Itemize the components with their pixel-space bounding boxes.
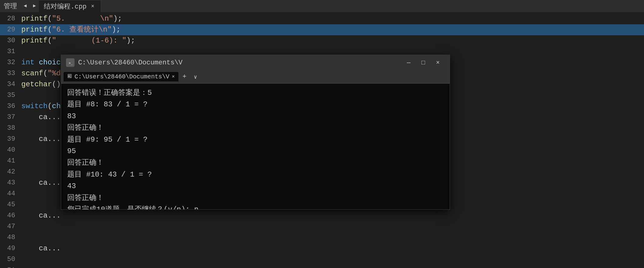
terminal-tab-label: C:\Users\28460\Documents\V bbox=[74, 73, 169, 80]
code-line: 50 bbox=[0, 254, 644, 265]
line-number: 47 bbox=[0, 221, 21, 232]
line-number: 44 bbox=[0, 188, 21, 199]
line-number: 42 bbox=[0, 167, 21, 177]
terminal-output-line: 43 bbox=[67, 180, 444, 192]
terminal-output-line: 题目 #9: 95 / 1 = ? bbox=[67, 134, 444, 146]
code-line: 29printf("6. 查看统计\n"); bbox=[0, 24, 644, 35]
line-content: ca... bbox=[21, 134, 61, 145]
terminal-window-controls: — □ × bbox=[402, 57, 445, 68]
line-number: 30 bbox=[0, 35, 21, 46]
tab-manager-btn[interactable]: 管理 bbox=[0, 0, 21, 12]
terminal-tab-plus-btn[interactable]: + bbox=[180, 72, 189, 82]
terminal-app-icon: >_ bbox=[66, 58, 74, 67]
code-line: 46 ca... bbox=[0, 210, 644, 221]
terminal-tab-chevron-btn[interactable]: ∨ bbox=[191, 72, 200, 82]
line-number: 49 bbox=[0, 243, 21, 254]
terminal-maximize-btn[interactable]: □ bbox=[416, 57, 430, 68]
terminal-output-line: 回答正确！ bbox=[67, 192, 444, 204]
terminal-output-line: 题目 #10: 43 / 1 = ? bbox=[67, 169, 444, 180]
terminal-title: C:\Users\28460\Documents\V bbox=[78, 59, 398, 67]
line-content: printf(" (1-6): "); bbox=[21, 35, 135, 46]
code-line: 49 ca... bbox=[0, 243, 644, 254]
terminal-output-line: 回答正确！ bbox=[67, 157, 444, 169]
terminal-output-line: 题目 #8: 83 / 1 = ? bbox=[67, 99, 444, 110]
terminal-titlebar: >_ C:\Users\28460\Documents\V — □ × bbox=[61, 55, 450, 70]
line-number: 40 bbox=[0, 145, 21, 156]
line-number: 39 bbox=[0, 134, 21, 145]
terminal-tab-icon: >_ bbox=[67, 73, 72, 80]
code-line: 48 bbox=[0, 232, 644, 243]
terminal-window: >_ C:\Users\28460\Documents\V — □ × >_ C… bbox=[61, 55, 450, 210]
line-number: 37 bbox=[0, 112, 21, 123]
terminal-output-line: 83 bbox=[67, 111, 444, 122]
line-content: getchar(); bbox=[21, 79, 65, 90]
tab-next-btn[interactable]: ► bbox=[30, 0, 39, 12]
terminal-close-win-btn[interactable]: × bbox=[431, 57, 445, 68]
tab-item-cpp[interactable]: 结对编程.cpp × bbox=[39, 0, 101, 12]
line-number: 38 bbox=[0, 123, 21, 134]
tab-label: 结对编程.cpp bbox=[44, 2, 87, 11]
line-number: 45 bbox=[0, 199, 21, 210]
terminal-output-line: 回答错误！正确答案是：5 bbox=[67, 87, 444, 99]
terminal-tab-close-btn[interactable]: × bbox=[172, 74, 175, 80]
line-number: 32 bbox=[0, 57, 21, 68]
line-number: 29 bbox=[0, 24, 21, 35]
line-number: 48 bbox=[0, 232, 21, 243]
terminal-tab-item[interactable]: >_ C:\Users\28460\Documents\V × bbox=[64, 72, 178, 81]
line-number: 36 bbox=[0, 101, 21, 112]
terminal-output-line: 95 bbox=[67, 146, 444, 157]
line-number: 34 bbox=[0, 79, 21, 90]
line-number: 43 bbox=[0, 177, 21, 188]
line-content: ca... bbox=[21, 177, 61, 188]
line-number: 50 bbox=[0, 254, 21, 265]
line-number: 33 bbox=[0, 68, 21, 79]
svg-text:>_: >_ bbox=[68, 75, 71, 78]
code-line: 30printf(" (1-6): "); bbox=[0, 35, 644, 46]
terminal-tab-bar: >_ C:\Users\28460\Documents\V × + ∨ bbox=[61, 70, 450, 84]
line-number: 28 bbox=[0, 13, 21, 24]
line-number: 31 bbox=[0, 46, 21, 57]
editor-area: 28printf("5. \n");29printf("6. 查看统计\n");… bbox=[0, 12, 644, 268]
terminal-minimize-btn[interactable]: — bbox=[402, 57, 416, 68]
line-number: 51 bbox=[0, 265, 21, 268]
tab-close-btn[interactable]: × bbox=[90, 3, 96, 9]
line-content: printf("6. 查看统计\n"); bbox=[21, 24, 120, 35]
svg-text:>_: >_ bbox=[69, 61, 73, 65]
terminal-output-line: 回答正确！ bbox=[67, 122, 444, 134]
line-number: 35 bbox=[0, 90, 21, 101]
tab-prev-btn[interactable]: ◄ bbox=[21, 0, 30, 12]
line-content: ca... bbox=[21, 112, 61, 123]
line-number: 46 bbox=[0, 210, 21, 221]
line-content: printf("5. \n"); bbox=[21, 13, 122, 24]
terminal-body: 回答错误！正确答案是：5题目 #8: 83 / 1 = ?83回答正确！题目 #… bbox=[61, 84, 450, 209]
tab-bar: 管理 ◄ ► 结对编程.cpp × bbox=[0, 0, 644, 12]
code-line: 47 bbox=[0, 221, 644, 232]
terminal-output-line: 您已完成10道题，是否继续？(y/n): n bbox=[67, 204, 444, 209]
line-number: 41 bbox=[0, 156, 21, 167]
code-line: 51 bbox=[0, 265, 644, 268]
line-content: ca... bbox=[21, 210, 61, 221]
code-line: 28printf("5. \n"); bbox=[0, 13, 644, 24]
line-content: ca... bbox=[21, 243, 61, 254]
